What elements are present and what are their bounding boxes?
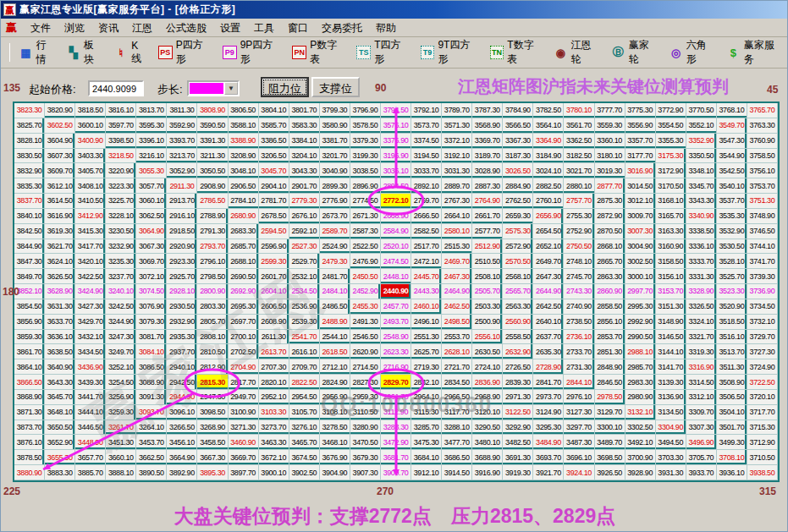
grid-cell-r1c5[interactable]: 3592.90 — [167, 118, 197, 134]
toolbar-button-t-number[interactable]: TNT数字表 — [485, 36, 548, 69]
grid-cell-r12c22[interactable]: 3328.90 — [686, 284, 717, 299]
grid-cell-r16c16[interactable]: 2632.90 — [503, 344, 533, 359]
grid-cell-r1c7[interactable]: 3588.10 — [229, 118, 259, 134]
grid-cell-r3c24[interactable]: 3758.50 — [747, 149, 778, 164]
grid-cell-r15c0[interactable]: 3859.30 — [14, 330, 45, 345]
grid-cell-r6c19[interactable]: 2875.30 — [595, 194, 625, 209]
grid-cell-r9c14[interactable]: 2515.30 — [442, 239, 472, 255]
grid-cell-r17c5[interactable]: 2940.10 — [167, 359, 197, 375]
grid-cell-r14c19[interactable]: 2856.10 — [595, 315, 625, 330]
grid-cell-r7c22[interactable]: 3340.90 — [686, 209, 717, 224]
grid-cell-r23c9[interactable]: 3674.50 — [289, 450, 320, 465]
grid-cell-r8c19[interactable]: 2870.50 — [595, 224, 625, 239]
grid-cell-r2c13[interactable]: 3374.50 — [411, 134, 442, 149]
grid-cell-r4c13[interactable]: 3033.70 — [411, 163, 442, 178]
grid-cell-r23c7[interactable]: 3669.70 — [229, 450, 259, 465]
grid-cell-r11c4[interactable]: 3072.10 — [136, 269, 167, 284]
grid-cell-r23c2[interactable]: 3657.70 — [75, 450, 106, 465]
grid-cell-r20c14[interactable]: 3117.70 — [442, 405, 472, 420]
grid-cell-r16c12[interactable]: 2623.30 — [381, 344, 411, 359]
grid-cell-r8c2[interactable]: 3415.30 — [75, 224, 106, 239]
grid-cell-r19c8[interactable]: 2952.10 — [259, 390, 289, 405]
grid-cell-r23c0[interactable]: 3878.50 — [14, 450, 45, 465]
grid-cell-r22c4[interactable]: 3453.70 — [136, 435, 167, 450]
grid-cell-r10c24[interactable]: 3741.70 — [747, 254, 778, 269]
grid-cell-r24c10[interactable]: 3904.90 — [320, 465, 350, 480]
grid-cell-r5c16[interactable]: 2884.90 — [503, 178, 533, 194]
grid-cell-r21c2[interactable]: 3446.50 — [75, 420, 106, 436]
grid-cell-r23c3[interactable]: 3660.10 — [106, 450, 136, 465]
grid-cell-r17c9[interactable]: 2709.70 — [289, 359, 320, 375]
grid-cell-r2c10[interactable]: 3381.70 — [320, 134, 350, 149]
grid-cell-r6c14[interactable]: 2767.30 — [442, 194, 472, 209]
grid-cell-r18c7[interactable]: 2817.70 — [229, 375, 259, 390]
grid-cell-r1c18[interactable]: 3561.70 — [564, 118, 594, 134]
grid-cell-r7c14[interactable]: 2664.10 — [442, 209, 472, 224]
grid-cell-r14c4[interactable]: 3079.30 — [136, 315, 167, 330]
grid-cell-r6c23[interactable]: 3537.70 — [717, 194, 747, 209]
grid-cell-r22c2[interactable]: 3448.90 — [75, 435, 106, 450]
toolbar-button-t9-square[interactable]: T99T四方形 — [416, 36, 485, 69]
grid-cell-r8c23[interactable]: 3532.90 — [717, 224, 747, 239]
grid-cell-r3c22[interactable]: 3350.50 — [686, 149, 717, 164]
grid-cell-r11c3[interactable]: 3237.70 — [106, 269, 136, 284]
grid-cell-r13c12[interactable]: 2457.70 — [381, 299, 411, 315]
grid-cell-r14c7[interactable]: 2697.70 — [229, 315, 259, 330]
grid-cell-r3c19[interactable]: 3180.10 — [595, 149, 625, 164]
grid-cell-r12c14[interactable]: 2464.90 — [442, 284, 472, 299]
grid-cell-r8c1[interactable]: 3619.30 — [45, 224, 75, 239]
grid-cell-r17c23[interactable]: 3511.30 — [717, 359, 747, 375]
grid-cell-r23c14[interactable]: 3686.50 — [442, 450, 472, 465]
grid-cell-r5c11[interactable]: 2896.90 — [350, 178, 381, 194]
toolbar-button-p-square[interactable]: PSP四方形 — [153, 36, 218, 69]
grid-cell-r19c21[interactable]: 3136.90 — [656, 390, 686, 405]
grid-cell-r24c17[interactable]: 3921.70 — [533, 465, 564, 480]
grid-cell-r2c2[interactable]: 3400.90 — [75, 134, 106, 149]
grid-cell-r8c6[interactable]: 2791.30 — [197, 224, 228, 239]
grid-cell-r19c11[interactable]: 2959.30 — [350, 390, 381, 405]
grid-cell-r20c15[interactable]: 3120.10 — [472, 405, 503, 420]
grid-cell-r12c18[interactable]: 2743.30 — [564, 284, 594, 299]
grid-cell-r15c24[interactable]: 3729.70 — [747, 330, 778, 345]
grid-cell-r18c15[interactable]: 2836.90 — [472, 375, 503, 390]
grid-cell-r16c21[interactable]: 3144.10 — [656, 344, 686, 359]
grid-cell-r13c13[interactable]: 2460.10 — [411, 299, 442, 315]
grid-cell-r21c6[interactable]: 3268.90 — [197, 420, 228, 436]
grid-cell-r15c9[interactable]: 2541.70 — [289, 330, 320, 345]
grid-cell-r20c20[interactable]: 3132.10 — [625, 405, 656, 420]
grid-cell-r4c3[interactable]: 3220.90 — [106, 163, 136, 178]
grid-cell-r16c9[interactable]: 2616.10 — [289, 344, 320, 359]
grid-cell-r0c21[interactable]: 3772.90 — [656, 103, 686, 118]
grid-cell-r3c23[interactable]: 3544.90 — [717, 149, 747, 164]
grid-cell-r15c11[interactable]: 2546.50 — [350, 330, 381, 345]
grid-cell-r9c15[interactable]: 2512.90 — [472, 239, 503, 255]
grid-cell-r6c24[interactable]: 3751.30 — [747, 194, 778, 209]
grid-cell-r6c22[interactable]: 3343.30 — [686, 194, 717, 209]
grid-cell-r16c8[interactable]: 2613.70 — [259, 344, 289, 359]
grid-cell-r1c10[interactable]: 3580.90 — [320, 118, 350, 134]
grid-cell-r12c10[interactable]: 2484.10 — [320, 284, 350, 299]
grid-cell-r18c5[interactable]: 2942.50 — [167, 375, 197, 390]
grid-cell-r3c1[interactable]: 3607.30 — [45, 149, 75, 164]
grid-cell-r20c12[interactable]: 3112.90 — [381, 405, 411, 420]
grid-cell-r11c23[interactable]: 3525.70 — [717, 269, 747, 284]
grid-cell-r24c21[interactable]: 3931.30 — [656, 465, 686, 480]
grid-cell-r20c1[interactable]: 3648.10 — [45, 405, 75, 420]
grid-cell-r1c8[interactable]: 3585.70 — [259, 118, 289, 134]
grid-cell-r22c1[interactable]: 3652.90 — [45, 435, 75, 450]
grid-cell-r22c23[interactable]: 3499.30 — [717, 435, 747, 450]
grid-cell-r24c0[interactable]: 3880.90 — [14, 465, 45, 480]
grid-cell-r10c5[interactable]: 2923.30 — [167, 254, 197, 269]
grid-cell-r2c4[interactable]: 3396.10 — [136, 134, 167, 149]
grid-cell-r6c21[interactable]: 3168.10 — [656, 194, 686, 209]
grid-cell-r10c9[interactable]: 2529.70 — [289, 254, 320, 269]
grid-cell-r15c19[interactable]: 2853.70 — [595, 330, 625, 345]
grid-cell-r12c20[interactable]: 2997.70 — [625, 284, 656, 299]
grid-cell-r17c15[interactable]: 2724.10 — [472, 359, 503, 375]
grid-cell-r7c9[interactable]: 2676.10 — [289, 209, 320, 224]
grid-cell-r15c5[interactable]: 2935.30 — [167, 330, 197, 345]
grid-cell-r11c20[interactable]: 3000.10 — [625, 269, 656, 284]
grid-cell-r8c0[interactable]: 3842.50 — [14, 224, 45, 239]
grid-cell-r10c16[interactable]: 2570.50 — [503, 254, 533, 269]
grid-cell-r0c14[interactable]: 3789.70 — [442, 103, 472, 118]
